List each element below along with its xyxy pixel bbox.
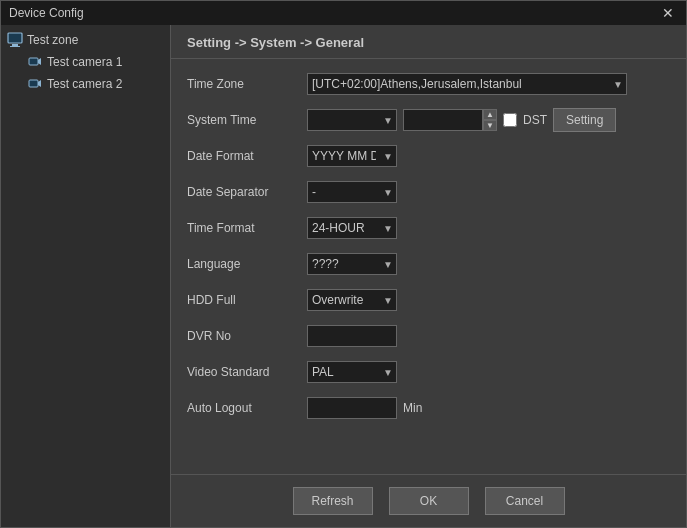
bottom-bar: Refresh OK Cancel (171, 474, 686, 527)
timezone-control: [UTC+02:00]Athens,Jerusalem,Istanbul ▼ (307, 73, 627, 95)
date-format-wrapper: YYYY MM DD MM DD YYYY DD MM YYYY ▼ (307, 145, 397, 167)
breadcrumb: Setting -> System -> General (171, 25, 686, 59)
system-date-input[interactable]: 23.01.2017 (307, 109, 397, 131)
sidebar-camera-1-label: Test camera 1 (47, 55, 122, 69)
camera-icon-2 (27, 76, 43, 92)
sidebar: Test zone Test camera 1 (1, 25, 171, 527)
camera-icon-1 (27, 54, 43, 70)
svg-rect-1 (12, 44, 18, 46)
language-select[interactable]: ???? (307, 253, 397, 275)
video-standard-select[interactable]: PAL NTSC (307, 361, 397, 383)
svg-rect-0 (8, 33, 22, 43)
time-spinner-wrapper: 15:32:12 ▲ ▼ (403, 109, 497, 131)
time-spinner-col: ▲ ▼ (483, 109, 497, 131)
auto-logout-input[interactable]: 0 (307, 397, 397, 419)
video-standard-row: Video Standard PAL NTSC ▼ (187, 359, 670, 385)
sidebar-camera-2-label: Test camera 2 (47, 77, 122, 91)
svg-rect-3 (29, 58, 38, 65)
main-panel: Setting -> System -> General Time Zone [… (171, 25, 686, 527)
timezone-label: Time Zone (187, 77, 307, 91)
date-wrapper: 23.01.2017 ▼ (307, 109, 397, 131)
sidebar-item-camera-2[interactable]: Test camera 2 (21, 73, 170, 95)
content-area: Test zone Test camera 1 (1, 25, 686, 527)
time-format-select[interactable]: 24-HOUR 12-HOUR (307, 217, 397, 239)
refresh-button[interactable]: Refresh (293, 487, 373, 515)
date-format-label: Date Format (187, 149, 307, 163)
language-label: Language (187, 257, 307, 271)
cancel-button[interactable]: Cancel (485, 487, 565, 515)
dvr-no-control: 0 (307, 325, 397, 347)
title-bar: Device Config ✕ (1, 1, 686, 25)
dvr-no-row: DVR No 0 (187, 323, 670, 349)
date-separator-select[interactable]: - / . (307, 181, 397, 203)
sidebar-root-label: Test zone (27, 33, 78, 47)
video-standard-control: PAL NTSC ▼ (307, 361, 397, 383)
dst-label: DST (523, 113, 547, 127)
language-control: ???? ▼ (307, 253, 397, 275)
time-format-control: 24-HOUR 12-HOUR ▼ (307, 217, 397, 239)
time-format-wrapper: 24-HOUR 12-HOUR ▼ (307, 217, 397, 239)
time-down-btn[interactable]: ▼ (483, 120, 497, 131)
system-time-control: 23.01.2017 ▼ 15:32:12 ▲ ▼ DST Sett (307, 108, 616, 132)
timezone-select[interactable]: [UTC+02:00]Athens,Jerusalem,Istanbul (307, 73, 627, 95)
sidebar-item-test-zone[interactable]: Test zone (1, 29, 170, 51)
close-button[interactable]: ✕ (658, 6, 678, 20)
date-format-row: Date Format YYYY MM DD MM DD YYYY DD MM … (187, 143, 670, 169)
auto-logout-control: 0 Min (307, 397, 422, 419)
timezone-row: Time Zone [UTC+02:00]Athens,Jerusalem,Is… (187, 71, 670, 97)
system-time-label: System Time (187, 113, 307, 127)
time-format-label: Time Format (187, 221, 307, 235)
video-standard-wrapper: PAL NTSC ▼ (307, 361, 397, 383)
date-separator-wrapper: - / . ▼ (307, 181, 397, 203)
auto-logout-label: Auto Logout (187, 401, 307, 415)
dst-checkbox[interactable] (503, 113, 517, 127)
window-title: Device Config (9, 6, 84, 20)
language-row: Language ???? ▼ (187, 251, 670, 277)
dvr-no-input[interactable]: 0 (307, 325, 397, 347)
time-format-row: Time Format 24-HOUR 12-HOUR ▼ (187, 215, 670, 241)
dvr-no-label: DVR No (187, 329, 307, 343)
hdd-full-wrapper: Overwrite Stop ▼ (307, 289, 397, 311)
auto-logout-row: Auto Logout 0 Min (187, 395, 670, 421)
timezone-select-wrapper: [UTC+02:00]Athens,Jerusalem,Istanbul ▼ (307, 73, 627, 95)
hdd-full-label: HDD Full (187, 293, 307, 307)
hdd-full-control: Overwrite Stop ▼ (307, 289, 397, 311)
date-separator-label: Date Separator (187, 185, 307, 199)
system-time-row: System Time 23.01.2017 ▼ 15:32:12 ▲ ▼ (187, 107, 670, 133)
system-time-input[interactable]: 15:32:12 (403, 109, 483, 131)
language-wrapper: ???? ▼ (307, 253, 397, 275)
sidebar-item-camera-1[interactable]: Test camera 1 (21, 51, 170, 73)
video-standard-label: Video Standard (187, 365, 307, 379)
auto-logout-suffix: Min (403, 401, 422, 415)
svg-rect-2 (10, 46, 20, 47)
date-format-control: YYYY MM DD MM DD YYYY DD MM YYYY ▼ (307, 145, 397, 167)
device-config-window: Device Config ✕ Test zone (0, 0, 687, 528)
form-area: Time Zone [UTC+02:00]Athens,Jerusalem,Is… (171, 59, 686, 474)
date-separator-control: - / . ▼ (307, 181, 397, 203)
ok-button[interactable]: OK (389, 487, 469, 515)
date-separator-row: Date Separator - / . ▼ (187, 179, 670, 205)
monitor-icon (7, 32, 23, 48)
setting-button[interactable]: Setting (553, 108, 616, 132)
date-format-select[interactable]: YYYY MM DD MM DD YYYY DD MM YYYY (307, 145, 397, 167)
hdd-full-select[interactable]: Overwrite Stop (307, 289, 397, 311)
hdd-full-row: HDD Full Overwrite Stop ▼ (187, 287, 670, 313)
svg-rect-5 (29, 80, 38, 87)
time-up-btn[interactable]: ▲ (483, 109, 497, 120)
